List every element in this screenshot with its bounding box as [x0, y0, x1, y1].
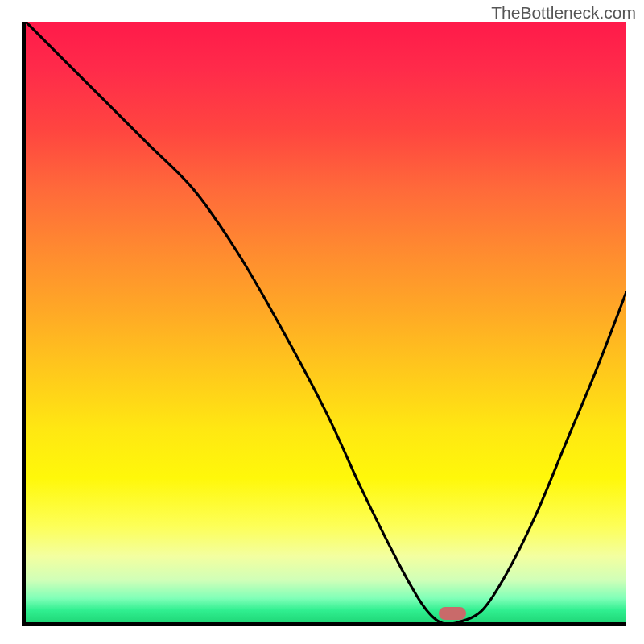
watermark-text: TheBottleneck.com — [491, 3, 636, 23]
chart-plot-area — [22, 22, 626, 626]
chart-optimal-marker — [439, 607, 466, 620]
chart-curve — [26, 22, 626, 622]
